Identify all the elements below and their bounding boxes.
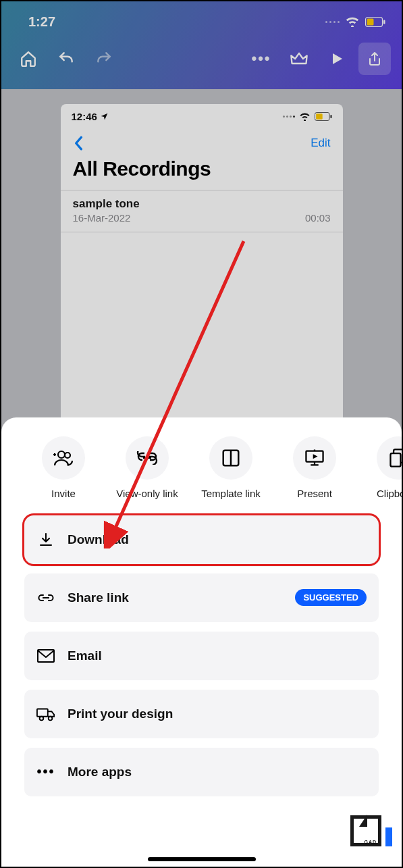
more-icon: ••• bbox=[36, 764, 55, 780]
watermark-logo: GAD bbox=[350, 815, 392, 846]
download-label: Download bbox=[68, 532, 367, 547]
svg-point-16 bbox=[49, 716, 53, 720]
template-icon bbox=[221, 448, 241, 468]
clipboard-label: Clipboard bbox=[377, 488, 402, 501]
print-row[interactable]: Print your design bbox=[24, 690, 379, 738]
share-sheet: Invite View-only link Template link Pres… bbox=[1, 417, 402, 867]
template-link-label: Template link bbox=[201, 488, 261, 501]
invite-option[interactable]: Invite bbox=[31, 436, 96, 501]
present-option[interactable]: Present bbox=[282, 436, 347, 501]
print-label: Print your design bbox=[68, 707, 367, 721]
share-link-label: Share link bbox=[68, 590, 283, 605]
share-icon-row[interactable]: Invite View-only link Template link Pres… bbox=[1, 436, 402, 501]
share-list: Download Share link SUGGESTED Email Prin… bbox=[1, 501, 402, 796]
download-icon bbox=[38, 532, 54, 548]
svg-rect-14 bbox=[37, 709, 48, 716]
email-icon bbox=[37, 649, 55, 663]
clipboard-icon bbox=[389, 448, 402, 468]
present-icon bbox=[304, 448, 325, 468]
svg-rect-12 bbox=[390, 453, 400, 467]
svg-point-7 bbox=[65, 453, 70, 458]
email-row[interactable]: Email bbox=[24, 632, 379, 680]
home-indicator[interactable] bbox=[148, 857, 256, 861]
view-only-link-label: View-only link bbox=[116, 488, 178, 501]
share-link-row[interactable]: Share link SUGGESTED bbox=[24, 573, 379, 622]
suggested-badge: SUGGESTED bbox=[295, 589, 367, 606]
svg-point-6 bbox=[58, 451, 65, 458]
more-apps-label: More apps bbox=[68, 765, 367, 780]
view-only-link-option[interactable]: View-only link bbox=[115, 436, 180, 501]
clipboard-option[interactable]: Clipboard bbox=[366, 436, 402, 501]
download-row[interactable]: Download bbox=[24, 515, 379, 564]
svg-point-15 bbox=[40, 716, 44, 720]
truck-icon bbox=[36, 707, 55, 721]
template-link-option[interactable]: Template link bbox=[198, 436, 263, 501]
link-icon bbox=[37, 592, 55, 603]
email-label: Email bbox=[68, 648, 367, 663]
link-icon bbox=[136, 451, 158, 465]
invite-label: Invite bbox=[51, 488, 76, 501]
more-apps-row[interactable]: ••• More apps bbox=[24, 748, 379, 796]
present-label: Present bbox=[297, 488, 332, 501]
invite-icon bbox=[52, 448, 75, 468]
